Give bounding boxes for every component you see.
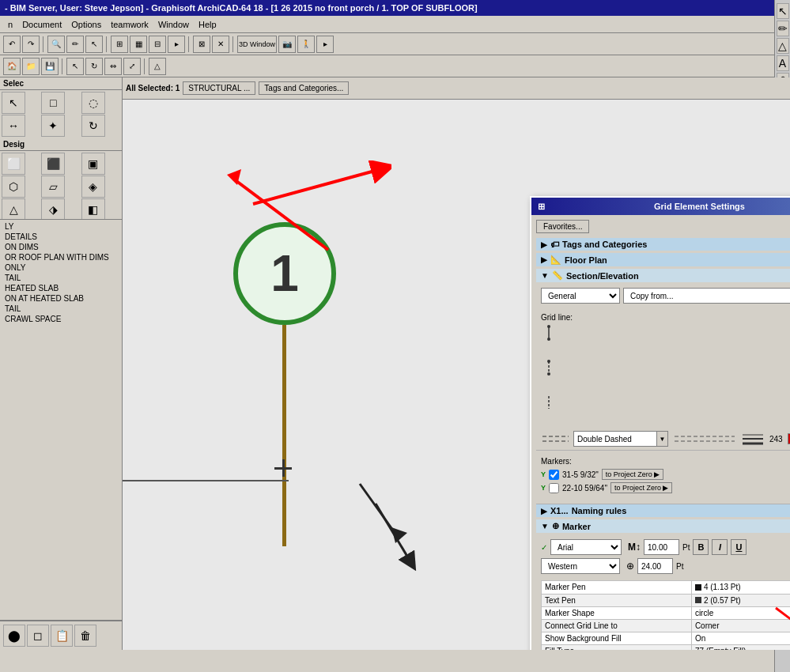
- d-tool6[interactable]: ◈: [81, 176, 105, 198]
- b-tool3[interactable]: 📋: [51, 625, 73, 647]
- line-style-text: Double Dashed: [574, 435, 656, 444]
- d-tool3[interactable]: ▣: [81, 153, 105, 175]
- line-style-dropdown[interactable]: Double Dashed ▼: [573, 431, 668, 447]
- list-item-5[interactable]: TAIL: [2, 273, 120, 283]
- menu-teamwork[interactable]: teamwork: [106, 18, 153, 31]
- tool3[interactable]: ⊟: [149, 36, 166, 53]
- to-project-text-1: to Project Zero: [606, 470, 652, 478]
- floor-plan-icon: 📐: [550, 255, 561, 265]
- pt-label-2: Pt: [676, 562, 683, 571]
- scale-btn[interactable]: ⤢: [123, 58, 141, 75]
- list-item-6[interactable]: HEATED SLAB: [2, 283, 120, 293]
- triangle-btn[interactable]: △: [149, 58, 166, 75]
- list-panel: LY DETAILS ON DIMS OR ROOF PLAN WITH DIM…: [0, 220, 122, 621]
- d-tool1[interactable]: ⬜: [2, 153, 25, 175]
- rotate-btn[interactable]: ↻: [85, 58, 103, 75]
- italic-btn[interactable]: I: [712, 539, 728, 555]
- menu-n[interactable]: n: [3, 18, 17, 31]
- tool7[interactable]: ▸: [316, 36, 334, 53]
- tool1[interactable]: ⊞: [111, 36, 128, 53]
- seg-len-label: Segment Length:: [563, 363, 790, 372]
- d-tool5[interactable]: ▱: [41, 176, 65, 198]
- section-naming-rules[interactable]: ▶ X1... Naming rules: [536, 504, 790, 517]
- walk-btn[interactable]: 🚶: [297, 36, 315, 53]
- marker-y1: Y: [541, 470, 546, 478]
- redo-btn[interactable]: ↷: [22, 36, 40, 53]
- tool-arrow[interactable]: ↖: [2, 92, 25, 114]
- grid-line-h: [123, 480, 289, 481]
- 3d-btn[interactable]: 3D Window: [237, 36, 277, 53]
- tool2[interactable]: ▦: [130, 36, 147, 53]
- d-tool9[interactable]: ◧: [81, 198, 105, 220]
- font-select[interactable]: Arial: [550, 539, 622, 555]
- floor-plan-arrow: ▶: [541, 255, 547, 264]
- prop-table-container: Marker Pen 4 (1.13 Pt) Text Pen 2 (0.57 …: [536, 580, 790, 650]
- undo-btn[interactable]: ↶: [3, 36, 21, 53]
- list-item-9[interactable]: CRAWL SPACE: [2, 314, 120, 324]
- general-select[interactable]: General: [541, 288, 620, 304]
- d-tool4[interactable]: ⬡: [2, 176, 25, 198]
- d-tool2[interactable]: ⬛: [41, 153, 65, 175]
- line-style-arrow[interactable]: ▼: [656, 432, 667, 446]
- list-item-2[interactable]: ON DIMS: [2, 242, 120, 252]
- pen-swatch-0: [695, 584, 701, 591]
- tags-categories-btn[interactable]: Tags and Categories...: [259, 81, 349, 95]
- list-item-0[interactable]: LY: [2, 221, 120, 232]
- to-project-btn-2[interactable]: to Project Zero ▶: [610, 482, 672, 493]
- arrow-tool[interactable]: ↖: [66, 58, 84, 75]
- toolbar-1: ↶ ↷ 🔍 ✏ ↖ ⊞ ▦ ⊟ ▸ ⊠ ✕ 3D Window 📷 🚶 ▸: [0, 33, 790, 55]
- list-item-3[interactable]: OR ROOF PLAN WITH DIMS: [2, 252, 120, 262]
- home-btn[interactable]: 🏠: [3, 58, 21, 75]
- menu-options[interactable]: Options: [66, 18, 106, 31]
- tool-move[interactable]: ✦: [41, 115, 65, 137]
- tool-rotate[interactable]: ↻: [81, 115, 105, 137]
- marker-y2: Y: [541, 484, 546, 492]
- menu-window[interactable]: Window: [153, 18, 194, 31]
- tool-lasso[interactable]: ◌: [81, 92, 105, 114]
- list-item-7[interactable]: ON AT HEATED SLAB: [2, 293, 120, 304]
- b-tool1[interactable]: ⬤: [3, 625, 25, 647]
- tool-stretch[interactable]: ↔: [2, 115, 25, 137]
- marker-checkbox-2[interactable]: [549, 483, 559, 493]
- sep3: [188, 36, 190, 52]
- pencil-btn[interactable]: ✏: [66, 36, 84, 53]
- cam-btn[interactable]: 📷: [278, 36, 296, 53]
- d-tool8[interactable]: ⬗: [41, 198, 65, 220]
- font-style-select[interactable]: Western: [541, 558, 620, 574]
- section-elevation[interactable]: ▼ 📏 Section/Elevation: [536, 269, 790, 282]
- dialog-title-text: Grid Element Settings: [654, 202, 745, 211]
- font-size-2[interactable]: [637, 558, 673, 574]
- section-tags[interactable]: ▶ 🏷 Tags and Categories: [536, 238, 790, 251]
- section-floor-plan[interactable]: ▶ 📐 Floor Plan: [536, 253, 790, 266]
- line-style-icon: [541, 431, 569, 447]
- menu-document[interactable]: Document: [17, 18, 66, 31]
- mirror-btn[interactable]: ⇔: [104, 58, 122, 75]
- tool4[interactable]: ▸: [168, 36, 185, 53]
- menu-help[interactable]: Help: [194, 18, 221, 31]
- font-size-1[interactable]: [644, 539, 679, 555]
- list-item-1[interactable]: DETAILS: [2, 232, 120, 242]
- favorites-btn[interactable]: Favorites...: [536, 220, 589, 233]
- list-item-8[interactable]: TAIL: [2, 304, 120, 314]
- general-row: General Copy from...: [541, 288, 790, 304]
- tool5[interactable]: ⊠: [193, 36, 210, 53]
- zoom-btn[interactable]: 🔍: [47, 36, 65, 53]
- prop-row-4: Show Background Fill On: [542, 632, 791, 645]
- marker-checkbox-1[interactable]: [549, 470, 559, 480]
- b-tool4[interactable]: 🗑: [74, 625, 96, 647]
- save-btn[interactable]: 💾: [41, 58, 59, 75]
- folder-btn[interactable]: 📁: [22, 58, 40, 75]
- b-tool2[interactable]: ◻: [27, 625, 49, 647]
- bold-btn[interactable]: B: [693, 539, 709, 555]
- underline-btn[interactable]: U: [731, 539, 747, 555]
- tool-select[interactable]: □: [41, 92, 65, 114]
- structural-btn[interactable]: STRUCTURAL ...: [183, 81, 255, 95]
- copy-from-select[interactable]: Copy from...: [623, 288, 790, 304]
- select-btn[interactable]: ↖: [85, 36, 103, 53]
- d-tool7[interactable]: △: [2, 198, 25, 220]
- list-item-4[interactable]: ONLY: [2, 262, 120, 273]
- tool6[interactable]: ✕: [212, 36, 229, 53]
- to-project-btn-1[interactable]: to Project Zero ▶: [602, 469, 663, 480]
- tool-grid: ↖ □ ◌ ↔ ✦ ↻: [0, 90, 122, 138]
- section-marker-header[interactable]: ▼ ⊕ Marker: [536, 519, 790, 533]
